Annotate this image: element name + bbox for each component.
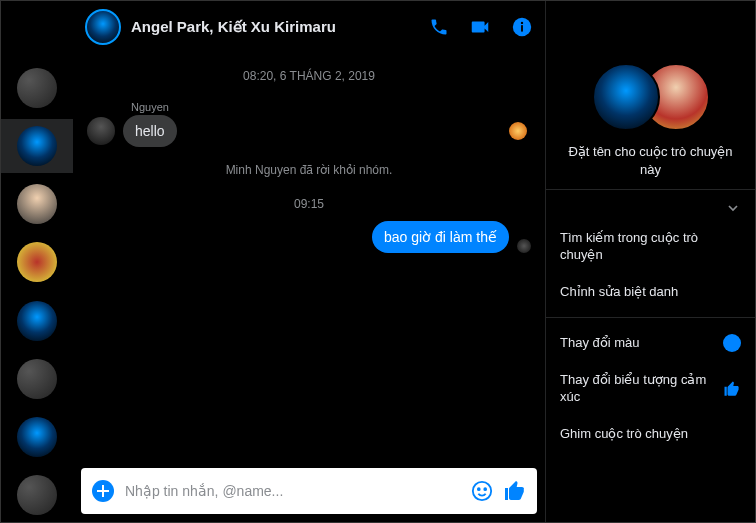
message-input[interactable]	[125, 483, 461, 499]
panel-section: Thay đổi màu Thay đổi biểu tượng cảm xúc…	[546, 317, 755, 459]
panel-item-label: Thay đổi biểu tượng cảm xúc	[560, 372, 715, 406]
chat-main: Angel Park, Kiết Xu Kirimaru 08:20, 6 TH…	[73, 1, 545, 522]
panel-section: Tìm kiếm trong cuộc trò chuyện Chỉnh sửa…	[546, 189, 755, 317]
panel-item-label: Tìm kiếm trong cuộc trò chuyện	[560, 230, 741, 264]
search-in-conversation[interactable]: Tìm kiếm trong cuộc trò chuyện	[546, 220, 755, 274]
timestamp: 09:15	[87, 197, 531, 211]
section-toggle[interactable]	[546, 196, 755, 220]
add-attachment-button[interactable]	[91, 479, 115, 503]
message-row: hello	[87, 115, 531, 147]
info-panel: Đặt tên cho cuộc trò chuyện này Tìm kiếm…	[545, 1, 755, 522]
emoji-button[interactable]	[471, 480, 493, 502]
name-chat-button[interactable]: Đặt tên cho cuộc trò chuyện này	[546, 139, 755, 189]
avatar	[17, 475, 57, 515]
message-bubble[interactable]: bao giờ đi làm thế	[372, 221, 509, 253]
chat-header: Angel Park, Kiết Xu Kirimaru	[73, 1, 545, 53]
avatar	[17, 359, 57, 399]
avatar	[17, 301, 57, 341]
panel-item-label: Ghim cuộc trò chuyện	[560, 426, 741, 443]
message-avatar[interactable]	[87, 117, 115, 145]
chat-avatar[interactable]	[85, 9, 121, 45]
header-actions	[429, 16, 533, 38]
conversation-item[interactable]	[1, 61, 73, 115]
thumb-up-icon	[723, 380, 741, 398]
avatar	[17, 184, 57, 224]
composer	[81, 468, 537, 514]
svg-point-8	[484, 488, 486, 490]
voice-call-button[interactable]	[429, 17, 449, 37]
system-message: Minh Nguyen đã rời khỏi nhóm.	[87, 163, 531, 177]
chevron-down-icon	[725, 200, 741, 216]
conversation-item[interactable]	[1, 235, 73, 289]
conversation-item[interactable]	[1, 294, 73, 348]
pin-conversation[interactable]: Ghim cuộc trò chuyện	[546, 416, 755, 453]
edit-nicknames[interactable]: Chỉnh sửa biệt danh	[546, 274, 755, 311]
messages-area: 08:20, 6 THÁNG 2, 2019 Nguyen hello Minh…	[73, 53, 545, 468]
group-avatar[interactable]	[592, 63, 660, 131]
seen-indicator	[517, 239, 531, 253]
like-button[interactable]	[503, 479, 527, 503]
conversation-item[interactable]	[1, 177, 73, 231]
video-call-button[interactable]	[469, 16, 491, 38]
avatar	[17, 126, 57, 166]
panel-item-label: Thay đổi màu	[560, 335, 715, 352]
change-color[interactable]: Thay đổi màu	[546, 324, 755, 362]
avatar	[17, 68, 57, 108]
conversation-item[interactable]	[1, 468, 73, 522]
conversation-item[interactable]	[1, 119, 73, 173]
change-emoji[interactable]: Thay đổi biểu tượng cảm xúc	[546, 362, 755, 416]
reaction-badge[interactable]	[509, 122, 527, 140]
info-button[interactable]	[511, 16, 533, 38]
conversation-item[interactable]	[1, 410, 73, 464]
group-avatars	[546, 63, 755, 131]
avatar	[17, 242, 57, 282]
chat-title: Angel Park, Kiết Xu Kirimaru	[131, 18, 419, 36]
message-bubble[interactable]: hello	[123, 115, 177, 147]
color-swatch-icon	[723, 334, 741, 352]
conversation-item[interactable]	[1, 352, 73, 406]
svg-point-7	[478, 488, 480, 490]
panel-item-label: Chỉnh sửa biệt danh	[560, 284, 741, 301]
sender-name: Nguyen	[131, 101, 531, 113]
timestamp: 08:20, 6 THÁNG 2, 2019	[87, 69, 531, 83]
svg-rect-1	[521, 25, 523, 31]
avatar	[17, 417, 57, 457]
message-row: bao giờ đi làm thế	[87, 221, 531, 253]
svg-point-6	[473, 482, 491, 500]
svg-rect-5	[97, 490, 109, 492]
svg-point-2	[521, 22, 523, 24]
conversation-sidebar	[1, 1, 73, 522]
